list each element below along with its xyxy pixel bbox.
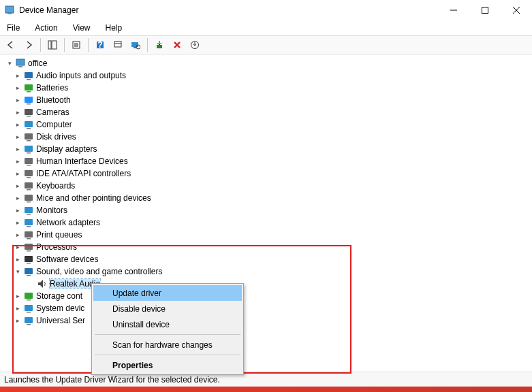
svg-rect-40 [27, 177, 31, 178]
category-icon [23, 193, 34, 203]
context-menu-item[interactable]: Properties [93, 357, 242, 373]
tree-device[interactable]: Realtek Audio [4, 278, 532, 290]
svg-rect-49 [25, 231, 33, 238]
tree-category-label: Batteries [36, 83, 68, 93]
category-icon [23, 217, 34, 228]
context-menu-separator [95, 355, 240, 355]
menu-file[interactable]: File [4, 22, 22, 34]
tree-category[interactable]: ▾Sound, video and game controllers [4, 265, 532, 278]
category-icon [23, 291, 34, 301]
category-icon [23, 242, 34, 252]
tree-category-label: Cameras [36, 108, 69, 117]
tree-category[interactable]: ▸Batteries [4, 82, 532, 94]
context-menu-item[interactable]: Uninstall device [93, 316, 242, 332]
help-button[interactable]: ? [92, 37, 108, 53]
context-menu-item-label: Disable device [112, 304, 166, 314]
svg-rect-7 [52, 41, 57, 49]
menu-action[interactable]: Action [32, 22, 60, 34]
context-menu: Update driverDisable deviceUninstall dev… [91, 283, 244, 375]
svg-rect-50 [27, 238, 31, 240]
svg-rect-58 [27, 299, 31, 301]
tree-category[interactable]: ▸System devic [4, 302, 532, 314]
tree-category[interactable]: ▸Software devices [4, 253, 532, 265]
svg-rect-42 [27, 189, 31, 191]
tree-category[interactable]: ▸Display adapters [4, 143, 532, 155]
tree-category-label: Disk drives [36, 132, 76, 142]
window-controls [438, 0, 532, 20]
forward-button[interactable] [20, 37, 37, 53]
svg-rect-52 [27, 250, 31, 252]
svg-rect-46 [27, 214, 31, 215]
tree-category-label: IDE ATA/ATAPI controllers [36, 169, 131, 178]
tree-category[interactable]: ▸Network adapters [4, 216, 532, 229]
show-hide-tree-button[interactable] [44, 37, 61, 53]
svg-text:?: ? [97, 40, 102, 50]
context-menu-item[interactable]: Update driver [93, 285, 242, 301]
svg-rect-24 [27, 79, 31, 80]
svg-rect-48 [27, 226, 31, 227]
tree-category-label: Software devices [36, 255, 98, 264]
svg-rect-36 [27, 152, 31, 154]
tree-category[interactable]: ▸Human Interface Devices [4, 155, 532, 167]
category-icon [23, 180, 34, 191]
category-icon [23, 205, 34, 216]
svg-rect-59 [25, 305, 33, 311]
menu-view[interactable]: View [70, 22, 93, 34]
context-menu-item[interactable]: Scan for hardware changes [93, 337, 242, 353]
tree-category-label: System devic [36, 304, 84, 313]
svg-rect-39 [25, 170, 33, 176]
category-icon [23, 82, 34, 93]
tree-category[interactable]: ▸Bluetooth [4, 94, 532, 106]
svg-rect-30 [27, 116, 31, 117]
tree-category[interactable]: ▸Computer [4, 118, 532, 131]
svg-rect-53 [25, 256, 33, 262]
context-menu-item[interactable]: Disable device [93, 301, 242, 316]
tree-category[interactable]: ▸Print queues [4, 229, 532, 241]
minimize-button[interactable] [438, 0, 469, 20]
svg-rect-21 [16, 59, 25, 65]
tree-category-label: Universal Ser [36, 316, 85, 325]
category-icon [23, 70, 34, 81]
tree-category-label: Network adapters [36, 218, 100, 227]
tree-category[interactable]: ▸Mice and other pointing devices [4, 192, 532, 204]
tree-category[interactable]: ▸Storage cont [4, 290, 532, 302]
svg-rect-14 [114, 42, 121, 47]
svg-rect-16 [131, 42, 138, 47]
tree-category-label: Mice and other pointing devices [36, 193, 151, 203]
tree-category-label: Monitors [36, 206, 67, 215]
context-menu-item-label: Scan for hardware changes [112, 340, 213, 350]
close-button[interactable] [501, 0, 532, 20]
category-icon [23, 229, 34, 240]
tree-root-label: office [28, 59, 47, 68]
menu-help[interactable]: Help [103, 22, 125, 34]
svg-rect-0 [5, 6, 14, 13]
tree-category[interactable]: ▸Monitors [4, 204, 532, 216]
svg-rect-37 [25, 158, 33, 164]
svg-rect-31 [25, 121, 33, 127]
category-icon [23, 107, 34, 118]
tree-category[interactable]: ▸Audio inputs and outputs [4, 69, 532, 82]
tree-category[interactable]: ▸Keyboards [4, 180, 532, 192]
back-button[interactable] [3, 37, 19, 53]
tree-category-label: Display adapters [36, 144, 97, 154]
install-driver-button[interactable] [151, 37, 168, 53]
uninstall-button[interactable] [169, 37, 185, 53]
action-button[interactable] [110, 37, 126, 53]
tree-category[interactable]: ▸Cameras [4, 106, 532, 118]
tree-category-label: Computer [36, 120, 72, 129]
svg-rect-44 [27, 201, 31, 203]
tree-category[interactable]: ▸Universal Ser [4, 314, 532, 327]
properties-button[interactable] [68, 37, 84, 53]
update-button[interactable] [187, 37, 203, 53]
maximize-button[interactable] [469, 0, 501, 20]
svg-rect-41 [25, 182, 33, 189]
tree-category[interactable]: ▸IDE ATA/ATAPI controllers [4, 167, 532, 180]
tree-category[interactable]: ▸Disk drives [4, 131, 532, 143]
scan-hardware-button[interactable] [127, 37, 144, 53]
tree-category[interactable]: ▸Processors [4, 241, 532, 253]
svg-rect-54 [27, 263, 31, 264]
tree-root[interactable]: ▾office [4, 57, 532, 69]
category-icon [23, 131, 34, 142]
device-tree[interactable]: ▾office▸Audio inputs and outputs▸Batteri… [0, 54, 532, 372]
svg-rect-43 [25, 195, 33, 201]
